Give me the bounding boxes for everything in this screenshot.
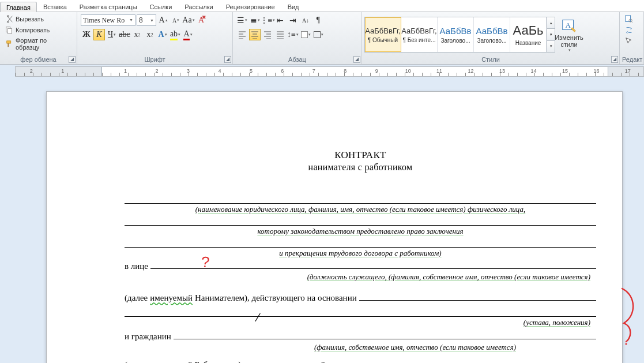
document-page[interactable]: КОНТРАКТ нанимателя с работником (наимен… [46,91,623,363]
font-name-value: Times New Ro [83,16,125,25]
tab-references[interactable]: Ссылки [144,1,179,12]
doc-subtitle: нанимателя с работником [125,162,596,173]
shading-button[interactable]: ▾ [300,29,311,40]
underline-button[interactable]: Ч▾ [106,29,118,40]
blank-line [125,218,596,226]
style-nospacing[interactable]: АаБбВвГг, ¶ Без инте... [401,17,438,52]
svg-rect-1 [7,28,12,33]
font-launcher[interactable]: ◢ [224,56,231,63]
group-paragraph: ☰▾ ≣▾ ⋮≡▾ ⇤ ⇥ A↓ ¶ [233,12,362,64]
blank-line [174,331,596,339]
strike-button[interactable]: abc [119,29,130,40]
clear-format-button[interactable]: A✖ [195,14,207,26]
superscript-button[interactable]: x2 [144,29,156,40]
align-left-icon [238,31,246,39]
svg-rect-4 [626,16,631,22]
align-right-button[interactable] [262,29,273,40]
group-title-clipboard: фер обмена [2,56,74,64]
ribbon: Вырезать Копировать Формат по образцу фе… [0,12,644,65]
style-gallery-down[interactable]: ▾ [547,29,555,40]
label-v-litse: в лице [125,261,148,271]
paragraph-launcher[interactable]: ◢ [353,56,360,63]
hint-position: (должность служащего, (фамилия, собствен… [125,272,596,282]
replace-icon [625,26,633,34]
subscript-button[interactable]: x2 [131,29,143,40]
tab-home[interactable]: Главная [0,2,37,12]
group-font: Times New Ro▼ 8▼ A▴ A▾ Aa▾ A✖ Ж К Ч▾ abc… [77,12,233,64]
style-gallery-up[interactable]: ▴ [547,17,555,29]
blank-line [125,196,596,204]
ruler-area: 211234567891011121314151617 [0,65,644,77]
tab-review[interactable]: Рецензирование [220,1,281,12]
numbering-button[interactable]: ≣▾ [249,14,261,26]
format-painter-button[interactable]: Формат по образцу [3,36,73,51]
align-center-button[interactable] [249,29,261,40]
style-prev: АаБбВвГг, [401,27,436,35]
change-styles-label: Изменить стили [555,34,583,48]
italic-button[interactable]: К [93,29,105,40]
ribbon-tabs: Главная Вставка Разметка страницы Ссылки… [0,0,644,12]
doc-title: КОНТРАКТ [125,149,596,161]
styles-launcher[interactable]: ◢ [611,56,618,63]
blank-line [125,309,596,317]
copy-label: Копировать [16,27,50,33]
hint-fio: (фамилия, собственное имя, отчество (есл… [125,343,596,352]
justify-button[interactable] [274,29,286,40]
cut-button[interactable]: Вырезать [3,14,73,24]
tab-mailings[interactable]: Рассылки [178,1,219,12]
horizontal-ruler[interactable]: 211234567891011121314151617 [15,66,644,77]
show-marks-button[interactable]: ¶ [312,14,324,26]
font-name-select[interactable]: Times New Ro▼ [81,14,135,26]
indent-inc-button[interactable]: ⇥ [287,14,299,26]
change-case-button[interactable]: Aa▾ [183,14,194,26]
find-button[interactable] [623,14,635,24]
blank-line [359,292,596,301]
text-effects-button[interactable]: A▾ [157,29,168,40]
bold-button[interactable]: Ж [81,29,92,40]
clipboard-launcher[interactable]: ◢ [69,56,76,63]
hint-entity-name: (наименование юридического лица, фамилия… [125,205,596,214]
document-canvas[interactable]: КОНТРАКТ нанимателя с работником (наимен… [0,77,644,363]
copy-icon [5,26,13,34]
blank-line [150,260,596,269]
find-icon [625,15,633,23]
font-size-select[interactable]: 8▼ [137,14,156,26]
highlight-button[interactable]: ab▾ [170,29,181,40]
select-button[interactable] [623,36,635,46]
style-heading1[interactable]: АаБбВв Заголово... [438,17,474,52]
sort-button[interactable]: A↓ [300,14,311,26]
blank-line [125,239,596,248]
copy-button[interactable]: Копировать [3,25,73,35]
group-title-editing: Редакт [622,56,641,64]
label-dalee2: (далее именуемый Работником) заключили н… [125,360,596,363]
style-prev: АаБбВвГг, [365,27,400,35]
tab-layout[interactable]: Разметка страницы [73,1,144,12]
hint-ustav: (устава, положения) [125,318,596,327]
replace-button[interactable] [623,25,635,35]
align-left-button[interactable] [236,29,248,40]
bullets-button[interactable]: ☰▾ [236,14,248,26]
chevron-down-icon: ▼ [129,18,133,23]
borders-button[interactable]: ▾ [312,29,324,40]
grow-font-button[interactable]: A▴ [157,14,169,26]
multilevel-button[interactable]: ⋮≡▾ [262,14,273,26]
tab-view[interactable]: Вид [281,1,306,12]
hint-entity-right: которому законодательством предоставлено… [125,227,596,236]
style-normal[interactable]: АаБбВвГг, ¶ Обычный [365,17,401,52]
font-color-button[interactable]: A▾ [182,29,194,40]
style-title[interactable]: АаБ⁠ь Название [510,17,547,52]
cut-label: Вырезать [16,16,44,23]
indent-dec-button[interactable]: ⇤ [274,14,286,26]
tab-insert[interactable]: Вставка [37,1,73,12]
style-gallery-more[interactable]: ▾ [547,41,555,52]
change-styles-button[interactable]: A Изменить стили ▾ [555,16,583,54]
shrink-font-button[interactable]: A▾ [170,14,182,26]
paintbrush-icon [5,40,13,48]
painter-label: Формат по образцу [16,37,71,51]
line-spacing-button[interactable]: ↕≡▾ [287,29,299,40]
font-size-value: 8 [139,16,143,24]
text-cursor: ∕ [257,311,259,324]
style-heading2[interactable]: АаБбВв Заголово... [474,17,510,52]
style-name: ¶ Без инте... [403,37,436,43]
group-title-font: Шрифт [80,56,230,64]
